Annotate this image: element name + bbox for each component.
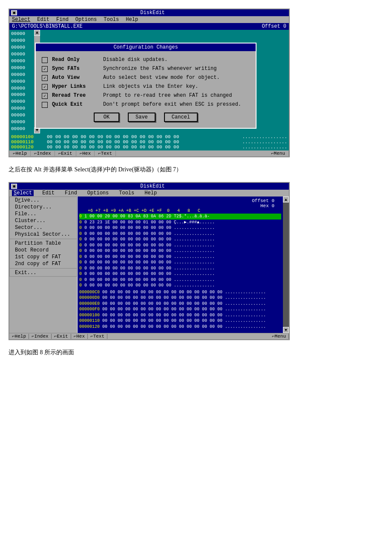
status-exit1[interactable]: ⌐Exit (55, 151, 76, 156)
window-title1: DiskEdit (18, 10, 287, 16)
hex-row-highlight1: 0 1 00 00 20 00 00 83 0A 83 0A 86 2D T2$… (79, 214, 281, 220)
menu-item-cluster[interactable]: Cluster... (10, 217, 77, 224)
hex-row3: 0 0 00 00 00 00 00 00 00 00 00 00 00 ...… (79, 225, 281, 231)
statusbar2: ⌐Help ⌐Index ⌐Exit ⌐Hex ⌐Text ⌐Menu (9, 333, 289, 339)
menu-item-bootrecord[interactable]: Boot Record (10, 247, 77, 254)
window1-wrap: ■ DiskEdit Select Edit Find Options Tool… (9, 9, 290, 157)
bhex-row1: 000000C0 00 00 00 00 00 00 00 00 00 00 0… (79, 289, 281, 295)
caption2: 进入到如图 8 所示的画面 (9, 349, 74, 356)
cancel-button[interactable]: Cancel (164, 113, 198, 122)
scroll-down2[interactable]: ▼ (283, 327, 289, 333)
menu-tools1[interactable]: Tools (104, 17, 119, 23)
hex-row9: 0 0 00 00 00 00 00 00 00 00 00 00 00 ...… (79, 260, 281, 266)
label-rereadtree: Reread Tree (52, 92, 99, 98)
hex-line2: 00000110 00 00 00 00 00 00 00 00 00 00 0… (11, 139, 287, 145)
menu-item-file[interactable]: File... (10, 211, 77, 217)
hex-section1: 00000100 00 00 00 00 00 00 00 00 00 00 0… (9, 133, 289, 150)
scroll-up2[interactable]: ▲ (283, 197, 289, 202)
offset-label2: Offset 0 (252, 198, 274, 203)
status-hex2[interactable]: ⌐Hex (71, 334, 88, 339)
checkbox-readonly[interactable] (42, 57, 48, 63)
label-syncfats: Sync FATs (52, 66, 99, 72)
bhex-row4: 000000F0 00 00 00 00 00 00 00 00 00 00 0… (79, 306, 281, 312)
menu-item-sector[interactable]: Sector... (10, 224, 77, 231)
menu-item-exit[interactable]: Exit... (10, 269, 77, 276)
desc-rereadtree: Prompt to re-read tree when FAT is chang… (103, 92, 232, 98)
status-help1[interactable]: ⌐Help (9, 151, 31, 156)
status-spacer2 (107, 334, 269, 339)
desc-syncfats: Synchronize the FATs whenever writing (103, 66, 216, 72)
checkbox-rereadtree[interactable] (42, 93, 48, 99)
menubar2: Select Edit Find Options Tools Help (9, 190, 289, 197)
addr-row: 00000 (11, 31, 32, 38)
window-title2: DiskEdit (18, 183, 287, 189)
desc-hyperlinks: Link objects via the Enter key. (103, 84, 198, 90)
status-menu1[interactable]: ⌐Menu (268, 151, 289, 156)
menu-options1[interactable]: Options (75, 17, 97, 23)
checkbox-hyperlinks[interactable] (42, 84, 48, 90)
separator2 (10, 268, 77, 269)
hex-row7: 0 0 00 00 00 00 00 00 00 00 00 00 00 ...… (79, 248, 281, 254)
hex-line3: 00000120 00 00 00 00 00 00 00 00 00 00 0… (11, 145, 287, 150)
config-dialog: Configuration Changes Read Only Disable … (35, 43, 257, 129)
menu-help1[interactable]: Help (126, 17, 138, 23)
status-menu2[interactable]: ⌐Menu (269, 334, 289, 339)
menu-item-2ndfat[interactable]: 2nd copy of FAT (10, 260, 77, 267)
menu-tools2[interactable]: Tools (117, 190, 136, 196)
menu-find2[interactable]: Find (63, 190, 79, 196)
caption1: 之后在按 Alt 并选择菜单 Select(选择)中的 Drive(驱动器)（如… (9, 166, 182, 173)
addr-row: 00000 (11, 119, 32, 126)
scroll-track2 (283, 202, 289, 327)
status-exit2[interactable]: ⌐Exit (52, 334, 71, 339)
menu-item-partitiontable[interactable]: Partition Table (10, 240, 77, 247)
addr-row: 00000 (11, 105, 32, 112)
menu-edit2[interactable]: Edit (40, 190, 56, 196)
checkbox-quickexit[interactable] (42, 102, 48, 108)
bottom-hex2: 000000C0 00 00 00 00 00 00 00 00 00 00 0… (79, 289, 281, 330)
menu-help2[interactable]: Help (143, 190, 159, 196)
path-bar1: G:\PCTOOLS\BINSTALL.EXE Offset 0 (9, 23, 289, 30)
status-index1[interactable]: ⌐Index (31, 151, 55, 156)
checkbox-autoview[interactable] (42, 75, 48, 81)
menu-item-directory[interactable]: Directory... (10, 204, 77, 211)
menu-select2[interactable]: Select (12, 190, 34, 196)
addr-row: 00000 (11, 85, 32, 92)
menu-select1[interactable]: Select (12, 17, 30, 23)
hex-line1: 00000100 00 00 00 00 00 00 00 00 00 00 0… (11, 134, 287, 139)
hex-row5: 0 0 00 00 00 00 00 00 00 00 00 00 00 ...… (79, 237, 281, 243)
scrollbar-up1[interactable]: ▲ (34, 30, 40, 36)
dialog-row-readonly: Read Only Disable disk updates. (42, 55, 250, 64)
bhex-row7: 00000120 00 00 00 00 00 00 00 00 00 00 0… (79, 324, 281, 330)
menu-item-1stfat[interactable]: 1st copy of FAT (10, 254, 77, 260)
addr-row: 00000 (11, 112, 32, 119)
status-text2[interactable]: ⌐Text (88, 334, 107, 339)
menu-find1[interactable]: Find (56, 17, 69, 23)
menu-item-drive[interactable]: Drive... (10, 197, 77, 204)
label-readonly: Read Only (52, 57, 99, 63)
status-text1[interactable]: ⌐Text (95, 151, 116, 156)
addr-row: 00000 (11, 44, 32, 51)
hex-content2: Offset 0 Hex 0 +6 +7 +8 +9 +A +B +C +D +… (78, 197, 283, 333)
select-dropdown: Drive... Directory... File... Cluster...… (9, 197, 78, 333)
dropdown-menu: Drive... Directory... File... Cluster...… (9, 197, 77, 277)
left-gutter1: 00000 00000 00000 00000 00000 00000 0000… (9, 30, 34, 133)
menu-item-physicalsector[interactable]: Physical Sector... (10, 231, 77, 238)
label-quickexit: Quick Exit (52, 101, 99, 107)
ok-button[interactable]: OK (94, 113, 119, 122)
addr-row: 00000 (11, 51, 32, 58)
menu-edit1[interactable]: Edit (37, 17, 49, 23)
desc-quickexit: Don't prompt before exit when ESC is pre… (103, 101, 241, 107)
save-button[interactable]: Save (128, 113, 156, 122)
bhex-row6: 00000110 00 00 00 00 00 00 00 00 00 00 0… (79, 318, 281, 324)
control-box2[interactable]: ■ (11, 184, 17, 189)
hex-row6: 0 0 00 00 00 00 00 00 00 00 00 00 00 ...… (79, 243, 281, 249)
status-help2[interactable]: ⌐Help (9, 334, 29, 339)
dialog-row-autoview: Auto View Auto select best view mode for… (42, 73, 250, 82)
status-index2[interactable]: ⌐Index (29, 334, 52, 339)
checkbox-syncfats[interactable] (42, 66, 48, 72)
status-hex1[interactable]: ⌐Hex (76, 151, 95, 156)
menu-options2[interactable]: Options (86, 190, 110, 196)
control-box1[interactable]: ■ (11, 10, 17, 15)
hex-header2: +6 +7 +8 +9 +A +B +C +D +E +F 0 4 8 C (79, 208, 281, 213)
titlebar2: ■ DiskEdit (9, 183, 289, 190)
